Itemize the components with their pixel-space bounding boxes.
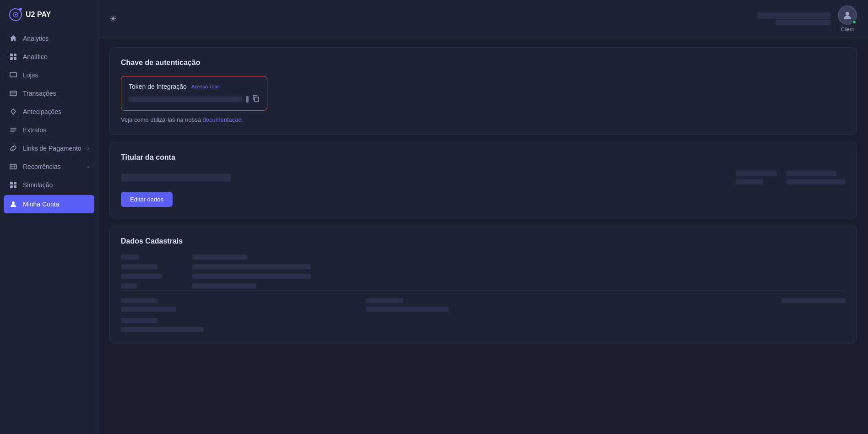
token-value-blurred — [129, 97, 242, 102]
dados-cadastrais-card: Dados Cadastrais — [109, 226, 857, 343]
titular-info-right — [736, 171, 846, 184]
svg-point-1 — [15, 14, 16, 16]
svg-rect-12 — [14, 185, 16, 188]
avatar-wrap — [838, 5, 857, 25]
sidebar-item-label: Simulação — [23, 181, 53, 189]
chevron-right-icon: › — [87, 146, 89, 151]
bottom-sublabel-1 — [121, 318, 157, 323]
titular-section-title: Titular da conta — [121, 153, 846, 162]
dados-value-1 — [192, 255, 247, 260]
sidebar-item-label: Transações — [23, 90, 56, 97]
svg-rect-8 — [10, 164, 16, 169]
monitor-icon — [9, 71, 17, 79]
topbar-left: ☀ — [109, 14, 117, 24]
sidebar-item-lojas[interactable]: Lojas — [0, 66, 98, 84]
sidebar-item-recorrencias[interactable]: Recorrências › — [0, 157, 98, 176]
recurrence-icon — [9, 163, 17, 171]
token-value-row — [129, 95, 260, 104]
list-icon — [9, 126, 17, 134]
svg-rect-11 — [10, 185, 13, 188]
titular-field-4 — [786, 179, 846, 184]
sidebar-item-antecipacoes[interactable]: Antecipações — [0, 103, 98, 121]
bottom-label-2 — [366, 298, 403, 303]
simulation-icon — [9, 181, 17, 189]
svg-rect-5 — [14, 57, 16, 60]
home-icon — [9, 34, 17, 43]
sidebar-item-label: Antecipações — [23, 108, 61, 115]
titular-field-1 — [736, 171, 777, 176]
transaction-icon — [9, 89, 17, 98]
dados-label-4 — [121, 283, 137, 288]
sidebar-item-analytics[interactable]: Analytics — [0, 29, 98, 48]
user-sub-blurred — [776, 20, 830, 25]
brand-name: U2 PAY — [26, 11, 51, 19]
svg-rect-3 — [14, 54, 16, 56]
sidebar-nav: Analytics Analítico Lojas — [0, 29, 98, 214]
user-status-indicator — [852, 20, 857, 24]
token-header: Token de Integração Acesso Total — [129, 83, 260, 90]
user-info — [757, 12, 830, 25]
titular-field-3 — [786, 171, 836, 176]
svg-rect-10 — [14, 182, 16, 184]
sidebar-item-label: Recorrências — [23, 163, 60, 170]
bottom-col-2 — [366, 298, 601, 332]
sidebar-item-label: Analytics — [23, 35, 49, 42]
token-label: Token de Integração — [129, 83, 187, 90]
sidebar-item-label: Minha Conta — [23, 201, 59, 208]
page-content: Chave de autenticação Token de Integraçã… — [98, 38, 868, 434]
sidebar-item-label: Links de Pagamento — [23, 145, 81, 152]
user-name-blurred — [757, 12, 830, 19]
sidebar-item-analitico[interactable]: Analítico — [0, 48, 98, 66]
bottom-subvalue-1 — [121, 327, 203, 332]
user-icon — [9, 200, 17, 208]
copy-icon[interactable] — [252, 95, 260, 104]
sidebar-item-label: Extratos — [23, 126, 46, 134]
titular-field-2 — [736, 179, 763, 184]
link-icon — [9, 144, 17, 152]
dados-grid — [121, 255, 846, 288]
main-content: ☀ Client — [98, 0, 868, 434]
titular-col-2 — [786, 171, 846, 184]
diamond-icon — [9, 108, 17, 116]
svg-rect-2 — [10, 54, 13, 56]
svg-point-14 — [846, 12, 849, 16]
titular-name-blurred — [121, 174, 231, 181]
token-box: Token de Integração Acesso Total — [121, 76, 267, 111]
bottom-col-3 — [611, 298, 846, 332]
dados-value-2 — [192, 264, 311, 269]
dados-label-2 — [121, 264, 157, 269]
svg-rect-9 — [10, 182, 13, 184]
bottom-grid — [121, 298, 846, 332]
bottom-value-3 — [781, 298, 846, 303]
svg-rect-15 — [255, 97, 259, 102]
dados-label-1 — [121, 255, 139, 260]
titular-row — [121, 171, 846, 184]
bottom-value-2 — [366, 307, 449, 312]
svg-rect-6 — [10, 72, 16, 77]
titular-col-1 — [736, 171, 777, 184]
sidebar-item-links[interactable]: Links de Pagamento › — [0, 139, 98, 157]
sidebar-item-extratos[interactable]: Extratos — [0, 121, 98, 139]
svg-rect-4 — [10, 57, 13, 60]
logo-icon — [9, 8, 22, 21]
token-badge: Acesso Total — [191, 84, 220, 89]
client-label: Client — [841, 27, 854, 32]
titular-card: Titular da conta Editar dados — [109, 142, 857, 218]
dados-value-4 — [192, 283, 256, 288]
edit-data-button[interactable]: Editar dados — [121, 192, 173, 207]
auth-key-card: Chave de autenticação Token de Integraçã… — [109, 47, 857, 135]
token-divider — [246, 96, 249, 103]
grid-icon — [9, 53, 17, 61]
sidebar-item-label: Lojas — [23, 71, 38, 79]
documentation-link[interactable]: documentação. — [203, 116, 244, 123]
brand-logo: U2 PAY — [0, 0, 98, 29]
auth-section-title: Chave de autenticação — [121, 59, 846, 67]
bottom-col-1 — [121, 298, 355, 332]
svg-rect-7 — [10, 91, 16, 96]
dados-value-3 — [192, 274, 311, 279]
bottom-label-1 — [121, 298, 157, 303]
sidebar-item-simulacao[interactable]: Simulação — [0, 176, 98, 194]
sidebar-item-transacoes[interactable]: Transações — [0, 84, 98, 103]
theme-toggle-icon[interactable]: ☀ — [109, 14, 117, 24]
sidebar-item-minha-conta[interactable]: Minha Conta — [4, 195, 94, 213]
